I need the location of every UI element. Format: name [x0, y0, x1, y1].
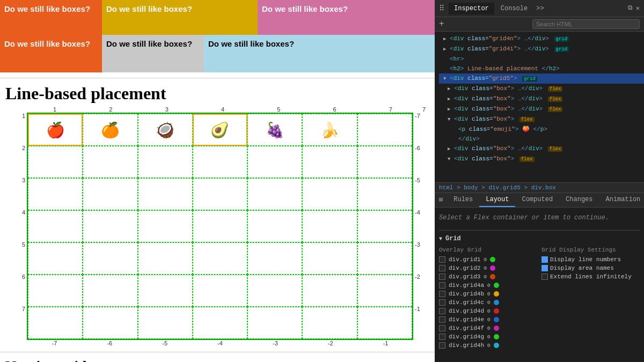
checkbox-line-numbers[interactable]: [541, 256, 548, 263]
grid-two-col: Overlay Grid div.grid1 ⚙ div.grid2 ⚙: [439, 247, 640, 351]
html-line-box-5[interactable]: ▶ <div class="box"> …</div> flex: [443, 144, 644, 154]
grid-display-header: Grid Display Settings: [541, 247, 640, 253]
html-line-grid4i[interactable]: ▶ <div class="grid4i"> …</div> grid: [439, 44, 644, 54]
settings-grid4a[interactable]: ⚙: [487, 282, 491, 289]
bot-col-num-7: -1: [358, 340, 413, 346]
devtools-icons: ⧉ ✕: [628, 4, 640, 12]
color-grid4c: [494, 300, 499, 305]
col-num-3: 3: [139, 106, 195, 113]
html-line-close-div[interactable]: </div>: [448, 134, 644, 144]
add-element-button[interactable]: +: [439, 19, 444, 29]
html-line-grid5[interactable]: ▼ <div class="grid5"> grid: [439, 73, 644, 84]
label-line-numbers: Display line numbers: [550, 256, 621, 263]
label-grid2: div.grid2: [449, 265, 480, 271]
checkbox-area-names[interactable]: [541, 265, 548, 271]
label-grid4f: div.grid4f: [449, 325, 484, 331]
grid-empty-2-6: [302, 146, 357, 178]
grid-item-grid3: div.grid3 ⚙: [439, 274, 537, 280]
grid-empty-3-4: [193, 178, 247, 210]
html-tree: ▶ <div class="grid4n"> …</div> grid ▶ <d…: [435, 32, 644, 182]
settings-grid1[interactable]: ⚙: [484, 256, 487, 263]
filter-icon[interactable]: ⊞: [435, 193, 447, 207]
checkbox-extend-lines[interactable]: [541, 274, 548, 280]
html-line-box-6[interactable]: ▼ <div class="box"> flex: [443, 154, 644, 164]
checkbox-grid4g[interactable]: [439, 334, 445, 340]
html-line-h2[interactable]: <h2> Line-based placement </h2>: [439, 64, 644, 73]
flexbox-msg: Select a Flex container or item to conti…: [439, 212, 640, 226]
checkbox-grid4a[interactable]: [439, 282, 445, 289]
grid-empty-1-7: [357, 114, 412, 146]
settings-grid4b[interactable]: ⚙: [487, 291, 491, 297]
dock-icon[interactable]: ⧉: [628, 4, 633, 12]
overlay-grid-col: Overlay Grid div.grid1 ⚙ div.grid2 ⚙: [439, 247, 537, 351]
grid-empty-4-5: [247, 210, 302, 242]
devtools-menu-icon[interactable]: ⠿: [439, 4, 444, 13]
settings-grid4h[interactable]: ⚙: [487, 342, 491, 349]
grid-empty-2-3: [138, 146, 193, 178]
html-line-box-2[interactable]: ▶ <div class="box"> …</div> flex: [443, 94, 644, 104]
col-num-6: 6: [306, 106, 362, 113]
right-row-num-1: -7: [413, 113, 429, 145]
label-grid4d: div.grid4d: [449, 308, 484, 314]
panel-tabs-bar: ⊞ Rules Layout Computed Changes Animatio…: [435, 193, 644, 208]
checkbox-grid4d[interactable]: [439, 308, 445, 314]
grid-empty-3-5: [247, 178, 302, 210]
checkbox-grid4e[interactable]: [439, 316, 445, 323]
setting-area-names: Display area names: [541, 265, 640, 271]
naming-heading: Naming grid areas: [5, 358, 429, 362]
section-heading: Line-based placement: [5, 84, 429, 104]
checkbox-grid1[interactable]: [439, 256, 445, 263]
bot-col-num-4: -4: [193, 340, 248, 346]
color-grid4e: [494, 317, 499, 322]
grid-section-title[interactable]: Grid: [439, 235, 640, 242]
html-line-p-emoji[interactable]: <p class="emoji"> 🍑 </p>: [448, 124, 644, 134]
grid-empty-6-3: [138, 275, 193, 307]
checkbox-grid4f[interactable]: [439, 325, 445, 331]
grid-area: 1 2 3 4 5 6 7 7 1 2 3 4 5 6 7: [16, 106, 429, 346]
settings-grid4c[interactable]: ⚙: [487, 299, 491, 306]
grid-empty-7-7: [357, 307, 412, 339]
settings-grid4d[interactable]: ⚙: [487, 308, 491, 314]
tab-rules[interactable]: Rules: [447, 193, 479, 207]
close-devtools-icon[interactable]: ✕: [636, 4, 640, 12]
settings-grid3[interactable]: ⚙: [484, 274, 487, 280]
tab-animation[interactable]: Animation: [599, 193, 645, 207]
grid-empty-6-7: [357, 275, 412, 307]
settings-grid2[interactable]: ⚙: [484, 265, 487, 271]
tab-computed[interactable]: Computed: [515, 193, 559, 207]
bot-col-num-2: -6: [82, 340, 137, 346]
tab-console[interactable]: Console: [495, 3, 533, 14]
settings-grid4g[interactable]: ⚙: [487, 334, 491, 340]
tab-inspector[interactable]: Inspector: [449, 3, 494, 14]
col-num-2: 2: [83, 106, 138, 113]
search-html-input[interactable]: [532, 19, 640, 29]
label-grid4b: div.grid4b: [449, 291, 484, 297]
overlay-grid-header: Overlay Grid: [439, 247, 537, 253]
grid-empty-6-4: [193, 275, 247, 307]
fruit-grapes: 🍇: [247, 114, 302, 146]
right-row-nums: -7 -6 -5 -4 -3 -2 -1: [413, 113, 429, 340]
color-grid4h: [494, 343, 499, 348]
tab-changes[interactable]: Changes: [559, 193, 599, 207]
grid-item-grid4d: div.grid4d ⚙: [439, 308, 537, 314]
grid-empty-6-1: [28, 275, 83, 307]
settings-grid4f[interactable]: ⚙: [487, 325, 491, 331]
checkbox-grid4c[interactable]: [439, 299, 445, 306]
checkbox-grid3[interactable]: [439, 274, 445, 280]
html-line-box-1[interactable]: ▶ <div class="box"> …</div> flex: [443, 84, 644, 94]
checkbox-grid4h[interactable]: [439, 342, 445, 349]
html-line-box-4-open[interactable]: ▼ <div class="box"> flex: [443, 114, 644, 124]
html-line-grid4n[interactable]: ▶ <div class="grid4n"> …</div> grid: [439, 34, 644, 44]
html-line-box-3[interactable]: ▶ <div class="box"> …</div> flex: [443, 104, 644, 114]
checkbox-grid4b[interactable]: [439, 291, 445, 297]
label-grid4h: div.grid4h: [449, 342, 484, 349]
html-line-hr[interactable]: <hr>: [439, 54, 644, 64]
checkbox-grid2[interactable]: [439, 265, 445, 271]
devtools-more[interactable]: >>: [536, 5, 544, 12]
grid-item-grid1: div.grid1 ⚙: [439, 256, 537, 263]
divider-2: [0, 352, 435, 352]
settings-grid4e[interactable]: ⚙: [487, 316, 491, 323]
col-num-1: 1: [27, 106, 83, 113]
tab-layout[interactable]: Layout: [479, 193, 515, 207]
color-grid2: [490, 265, 495, 271]
